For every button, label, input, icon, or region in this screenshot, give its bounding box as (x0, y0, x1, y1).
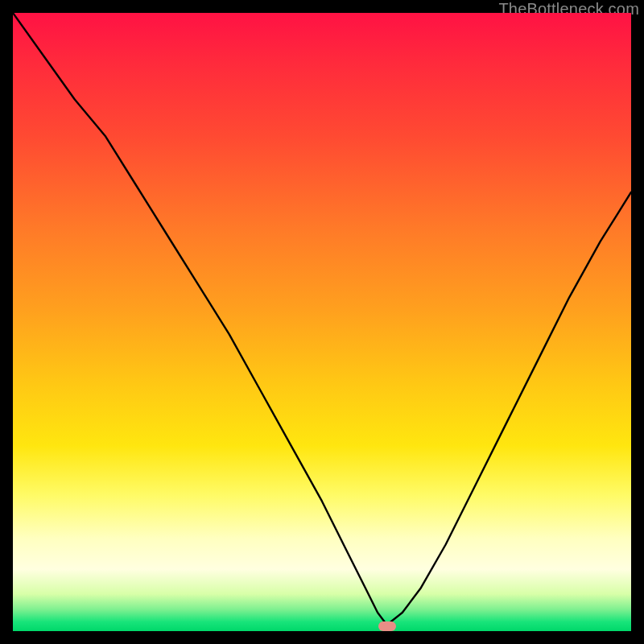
minimum-marker (378, 621, 396, 631)
chart-frame: TheBottleneck.com (0, 0, 644, 644)
bottleneck-curve (13, 13, 631, 631)
plot-area (13, 13, 631, 631)
